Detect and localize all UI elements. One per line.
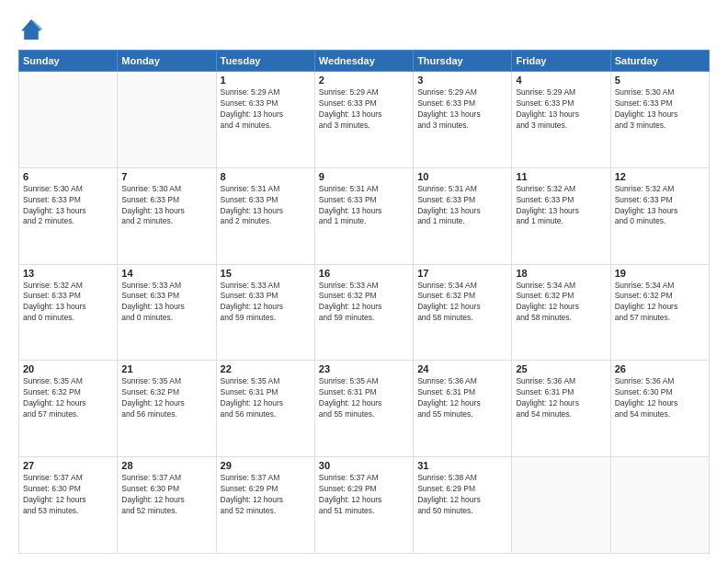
day-cell: 2Sunrise: 5:29 AM Sunset: 6:33 PM Daylig…: [314, 72, 413, 168]
day-cell: 3Sunrise: 5:29 AM Sunset: 6:33 PM Daylig…: [414, 72, 512, 168]
day-cell: 27Sunrise: 5:37 AM Sunset: 6:30 PM Dayli…: [19, 457, 118, 554]
day-cell: 17Sunrise: 5:34 AM Sunset: 6:32 PM Dayli…: [414, 264, 512, 361]
day-number: 2: [319, 75, 409, 86]
day-number: 16: [319, 268, 409, 279]
day-cell: 1Sunrise: 5:29 AM Sunset: 6:33 PM Daylig…: [216, 72, 314, 168]
day-info: Sunrise: 5:31 AM Sunset: 6:33 PM Dayligh…: [417, 184, 507, 228]
day-info: Sunrise: 5:33 AM Sunset: 6:32 PM Dayligh…: [319, 281, 409, 325]
day-info: Sunrise: 5:37 AM Sunset: 6:30 PM Dayligh…: [23, 473, 113, 517]
day-info: Sunrise: 5:37 AM Sunset: 6:29 PM Dayligh…: [221, 473, 311, 517]
day-number: 3: [417, 75, 507, 86]
weekday-header-thursday: Thursday: [414, 51, 512, 72]
day-info: Sunrise: 5:33 AM Sunset: 6:33 PM Dayligh…: [221, 281, 311, 325]
day-number: 1: [221, 75, 311, 86]
day-info: Sunrise: 5:31 AM Sunset: 6:33 PM Dayligh…: [221, 184, 311, 228]
day-number: 21: [121, 363, 211, 374]
day-info: Sunrise: 5:34 AM Sunset: 6:32 PM Dayligh…: [615, 281, 705, 325]
day-number: 17: [417, 268, 507, 279]
logo: [18, 17, 48, 42]
day-cell: 14Sunrise: 5:33 AM Sunset: 6:33 PM Dayli…: [118, 264, 216, 361]
day-info: Sunrise: 5:35 AM Sunset: 6:32 PM Dayligh…: [121, 376, 211, 420]
day-cell: 16Sunrise: 5:33 AM Sunset: 6:32 PM Dayli…: [314, 264, 413, 361]
day-cell: 12Sunrise: 5:32 AM Sunset: 6:33 PM Dayli…: [610, 167, 709, 264]
day-number: 20: [23, 363, 113, 374]
weekday-header-friday: Friday: [512, 51, 610, 72]
day-cell: 30Sunrise: 5:37 AM Sunset: 6:29 PM Dayli…: [314, 457, 413, 554]
day-cell: 23Sunrise: 5:35 AM Sunset: 6:31 PM Dayli…: [314, 361, 413, 457]
day-cell: [19, 72, 118, 168]
day-number: 27: [23, 460, 113, 471]
day-cell: 21Sunrise: 5:35 AM Sunset: 6:32 PM Dayli…: [118, 361, 216, 457]
day-number: 13: [23, 268, 113, 279]
day-cell: 26Sunrise: 5:36 AM Sunset: 6:30 PM Dayli…: [610, 361, 709, 457]
day-number: 7: [121, 171, 211, 182]
day-info: Sunrise: 5:35 AM Sunset: 6:32 PM Dayligh…: [23, 376, 113, 420]
day-info: Sunrise: 5:35 AM Sunset: 6:31 PM Dayligh…: [319, 376, 409, 420]
day-info: Sunrise: 5:36 AM Sunset: 6:30 PM Dayligh…: [615, 376, 705, 420]
weekday-header-tuesday: Tuesday: [216, 51, 314, 72]
day-cell: 6Sunrise: 5:30 AM Sunset: 6:33 PM Daylig…: [19, 167, 118, 264]
page: SundayMondayTuesdayWednesdayThursdayFrid…: [0, 0, 728, 563]
day-cell: 19Sunrise: 5:34 AM Sunset: 6:32 PM Dayli…: [610, 264, 709, 361]
day-number: 12: [615, 171, 705, 182]
weekday-header-saturday: Saturday: [610, 51, 709, 72]
day-cell: 10Sunrise: 5:31 AM Sunset: 6:33 PM Dayli…: [414, 167, 512, 264]
day-number: 26: [615, 363, 705, 374]
day-cell: 18Sunrise: 5:34 AM Sunset: 6:32 PM Dayli…: [512, 264, 610, 361]
day-info: Sunrise: 5:32 AM Sunset: 6:33 PM Dayligh…: [23, 281, 113, 325]
weekday-header-sunday: Sunday: [19, 51, 118, 72]
week-row-3: 13Sunrise: 5:32 AM Sunset: 6:33 PM Dayli…: [19, 264, 710, 361]
day-number: 10: [417, 171, 507, 182]
day-cell: 28Sunrise: 5:37 AM Sunset: 6:30 PM Dayli…: [118, 457, 216, 554]
day-cell: 29Sunrise: 5:37 AM Sunset: 6:29 PM Dayli…: [216, 457, 314, 554]
day-number: 5: [615, 75, 705, 86]
day-info: Sunrise: 5:29 AM Sunset: 6:33 PM Dayligh…: [417, 87, 507, 132]
day-cell: 8Sunrise: 5:31 AM Sunset: 6:33 PM Daylig…: [216, 167, 314, 264]
day-number: 14: [121, 268, 211, 279]
day-info: Sunrise: 5:30 AM Sunset: 6:33 PM Dayligh…: [23, 184, 113, 228]
day-cell: 9Sunrise: 5:31 AM Sunset: 6:33 PM Daylig…: [314, 167, 413, 264]
day-number: 29: [221, 460, 311, 471]
day-number: 28: [121, 460, 211, 471]
day-info: Sunrise: 5:32 AM Sunset: 6:33 PM Dayligh…: [516, 184, 606, 228]
day-info: Sunrise: 5:30 AM Sunset: 6:33 PM Dayligh…: [615, 87, 705, 132]
day-cell: 24Sunrise: 5:36 AM Sunset: 6:31 PM Dayli…: [414, 361, 512, 457]
day-number: 31: [417, 460, 507, 471]
day-number: 8: [221, 171, 311, 182]
day-number: 30: [319, 460, 409, 471]
day-number: 25: [516, 363, 606, 374]
day-cell: 13Sunrise: 5:32 AM Sunset: 6:33 PM Dayli…: [19, 264, 118, 361]
day-info: Sunrise: 5:36 AM Sunset: 6:31 PM Dayligh…: [516, 376, 606, 420]
day-info: Sunrise: 5:29 AM Sunset: 6:33 PM Dayligh…: [319, 87, 409, 132]
day-info: Sunrise: 5:29 AM Sunset: 6:33 PM Dayligh…: [221, 87, 311, 132]
day-cell: 4Sunrise: 5:29 AM Sunset: 6:33 PM Daylig…: [512, 72, 610, 168]
week-row-1: 1Sunrise: 5:29 AM Sunset: 6:33 PM Daylig…: [19, 72, 710, 168]
day-info: Sunrise: 5:34 AM Sunset: 6:32 PM Dayligh…: [516, 281, 606, 325]
day-info: Sunrise: 5:37 AM Sunset: 6:30 PM Dayligh…: [121, 473, 211, 517]
day-cell: 20Sunrise: 5:35 AM Sunset: 6:32 PM Dayli…: [19, 361, 118, 457]
day-info: Sunrise: 5:34 AM Sunset: 6:32 PM Dayligh…: [417, 281, 507, 325]
day-cell: [118, 72, 216, 168]
day-info: Sunrise: 5:37 AM Sunset: 6:29 PM Dayligh…: [319, 473, 409, 517]
day-cell: [610, 457, 709, 554]
day-number: 18: [516, 268, 606, 279]
day-info: Sunrise: 5:33 AM Sunset: 6:33 PM Dayligh…: [121, 281, 211, 325]
day-number: 11: [516, 171, 606, 182]
day-cell: [512, 457, 610, 554]
weekday-header-row: SundayMondayTuesdayWednesdayThursdayFrid…: [19, 51, 710, 72]
logo-icon: [18, 17, 44, 42]
day-info: Sunrise: 5:31 AM Sunset: 6:33 PM Dayligh…: [319, 184, 409, 228]
weekday-header-monday: Monday: [118, 51, 216, 72]
svg-marker-0: [21, 19, 41, 40]
day-cell: 15Sunrise: 5:33 AM Sunset: 6:33 PM Dayli…: [216, 264, 314, 361]
day-number: 24: [417, 363, 507, 374]
header: [18, 17, 710, 42]
week-row-5: 27Sunrise: 5:37 AM Sunset: 6:30 PM Dayli…: [19, 457, 710, 554]
day-number: 15: [221, 268, 311, 279]
day-cell: 11Sunrise: 5:32 AM Sunset: 6:33 PM Dayli…: [512, 167, 610, 264]
day-cell: 5Sunrise: 5:30 AM Sunset: 6:33 PM Daylig…: [610, 72, 709, 168]
day-number: 19: [615, 268, 705, 279]
day-number: 23: [319, 363, 409, 374]
day-info: Sunrise: 5:30 AM Sunset: 6:33 PM Dayligh…: [121, 184, 211, 228]
calendar-table: SundayMondayTuesdayWednesdayThursdayFrid…: [18, 50, 710, 554]
